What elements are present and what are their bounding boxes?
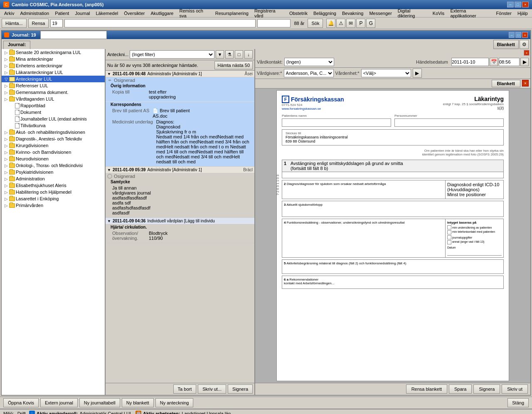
ny-blankett-btn[interactable]: Ny blankett (122, 398, 154, 407)
blankett-btn[interactable]: Blankett (493, 40, 519, 49)
oppna-kovis-btn[interactable]: Öppna Kovis (3, 398, 39, 407)
tree-item-gemensamma[interactable]: ▷ Gemensamma dokument. (2, 89, 105, 96)
menu-administration[interactable]: Administration (17, 10, 52, 16)
blankett-close-btn[interactable]: × (522, 80, 529, 86)
maximize-btn[interactable]: □ (515, 2, 521, 7)
vardenhet-select[interactable]: <Välj> (361, 69, 411, 77)
notes-icon1[interactable]: □ (235, 50, 243, 59)
ta-bort-btn[interactable]: Ta bort (173, 384, 197, 394)
handelsdatum-input[interactable] (451, 58, 489, 66)
tree-item-rapportblad[interactable]: Rapportblad (2, 102, 105, 109)
spara-btn[interactable]: Spara (449, 384, 472, 394)
filter-funnel-btn[interactable]: ⚗ (225, 50, 234, 59)
journal-close-btn[interactable]: × (522, 32, 528, 38)
mail-icon-btn[interactable]: ✉ (346, 19, 355, 28)
tree-item-senaste[interactable]: ▷ Senaste 20 anteckningarna LUL (2, 49, 105, 56)
hamta-button[interactable]: Hämta... (2, 19, 27, 28)
menu-remiss[interactable]: Remiss och sva (177, 8, 212, 19)
tree-item-anteckningar[interactable]: ▽ Anteckningar LUL (2, 76, 105, 82)
menu-bevakning[interactable]: Bevakning (340, 10, 366, 16)
tree-item-referenser[interactable]: ▷ Referenser LUL (2, 82, 105, 89)
vardkontakt-select[interactable]: (Ingen) (284, 58, 334, 66)
tree-item-dokument[interactable]: Dokument (2, 109, 105, 116)
tree-label-senaste: Senaste 20 anteckningarna LUL (16, 50, 81, 55)
menu-fonster[interactable]: Fönster (494, 10, 514, 16)
menu-diktering[interactable]: Digital diktering (395, 8, 429, 19)
tree-item-lasarettet[interactable]: ▷ Lasarettet i Enköping (2, 195, 105, 202)
menu-obstetrik[interactable]: Obstetrik (287, 10, 310, 16)
skriv-ut-btn[interactable]: Skriv ut... (198, 384, 226, 394)
handelstid-input[interactable] (499, 58, 520, 66)
expand-right-icon[interactable]: ▶ (520, 58, 529, 66)
ny-anteckning-btn[interactable]: Ny anteckning (155, 398, 194, 407)
menu-lakemedel[interactable]: Läkemedel (93, 10, 121, 16)
note-entry-2[interactable]: ▼ 2011-01-09 05:39 Administrativ [Admini… (106, 167, 254, 218)
menu-registrera[interactable]: Registrera vård (252, 8, 286, 19)
form-section-4-num: 4 (284, 221, 286, 224)
menu-hjalp[interactable]: Hjälp (515, 10, 530, 16)
menu-akutliggare[interactable]: Akutliggare (148, 10, 176, 16)
filter-select[interactable]: (Inget filter) (130, 50, 214, 59)
tree-item-enhetens[interactable]: ▷ Enhetens anteckningar (2, 62, 105, 69)
tree-item-habilitering[interactable]: ▷ Habilitering och Hjälpmedel (2, 189, 105, 195)
journal-maximize-btn[interactable]: □ (515, 32, 521, 38)
tree-item-administration[interactable]: ▷ Administration (2, 175, 105, 182)
tree-item-tillvaxtkurva[interactable]: Tillväxtkurva (2, 122, 105, 129)
extern-journal-btn[interactable]: Extern journal (40, 398, 78, 407)
menu-kovis[interactable]: KoVis (430, 10, 447, 16)
g-icon-btn[interactable]: G (366, 19, 375, 28)
tree-item-psykiatri[interactable]: ▷ Psykiatridivisionen (2, 169, 105, 175)
tree-item-kvinno[interactable]: ▷ Kvinno- och Barndivisionen (2, 149, 105, 155)
vardgivare-select[interactable]: Andersson, Pia, C... (284, 69, 334, 77)
blankett-settings-icon[interactable]: ⚙ (520, 40, 529, 49)
vardenhet-expand-icon[interactable]: ▶ (413, 69, 422, 78)
extra-input[interactable] (257, 19, 291, 27)
signera-notes-btn[interactable]: Signera (228, 384, 253, 394)
close-btn[interactable]: × (522, 2, 529, 7)
menu-patient[interactable]: Patient (52, 10, 71, 16)
tree-item-onkologi[interactable]: ▷ Onkologi-, Thorax- och Medicindivisi (2, 162, 105, 169)
tree-item-primarvard[interactable]: ▷ Primärvården (2, 202, 105, 209)
rensa-blankett-btn[interactable]: Rensa blankett (406, 384, 447, 394)
menu-externa[interactable]: Externa applikationer (448, 8, 493, 19)
journal-name-input[interactable] (40, 31, 107, 39)
journal-minimize-btn[interactable]: – (509, 32, 515, 38)
tree-item-akut[interactable]: ▷ Akut- och rehabiliteringsdivisionen (2, 129, 105, 136)
tree-item-mina[interactable]: ▷ Mina anteckningar (2, 56, 105, 62)
notes-icon2[interactable]: ↓ (244, 50, 253, 59)
ny-journaltabell-btn[interactable]: Ny journaltabell (79, 398, 120, 407)
warning-icon-btn[interactable]: ⚠ (336, 19, 345, 28)
tree-item-journaltabeller[interactable]: Journaltabeller LUL (endast adminis (2, 116, 105, 122)
menu-oversikter[interactable]: Översikter (121, 10, 147, 16)
patient-search-input[interactable] (64, 19, 256, 27)
sok-button[interactable]: Sök (308, 19, 323, 28)
stang-btn[interactable]: Stäng (507, 398, 529, 407)
tree-item-elisabethsjukhuset[interactable]: ▷ Elisabethsjukhuset Aleris (2, 182, 105, 189)
tree-item-neuro[interactable]: ▷ Neurodivisionen (2, 155, 105, 162)
minimize-btn[interactable]: – (507, 2, 514, 7)
tree-item-kirurg[interactable]: ▷ Kirurgdivisionen (2, 142, 105, 149)
filter-icon-btn[interactable]: ▼ (216, 50, 224, 59)
alarm-icon-btn[interactable]: 🔔 (326, 19, 335, 28)
fetch-next-btn[interactable]: Hämta nästa 50 (214, 61, 253, 69)
menu-resursplanering[interactable]: Resursplanering (213, 10, 251, 16)
menu-journal[interactable]: Journal (72, 10, 92, 16)
note-entry-3[interactable]: ▼ 2011-01-09 04:36 Individuell vårdplan … (106, 218, 254, 243)
skriv-ut-blankett-btn[interactable]: Skriv ut (502, 384, 528, 394)
tree-item-vardtaganden[interactable]: ▷ Vårdtaganden LUL (2, 96, 105, 102)
blankett-tab-btn[interactable]: Blankett (492, 80, 520, 87)
expander-administration: ▷ (3, 176, 9, 182)
p-icon-btn[interactable]: P (356, 19, 365, 28)
menu-belaggning[interactable]: Beläggning (311, 10, 339, 16)
right-close-btn[interactable]: × (524, 50, 530, 56)
tree-item-diagnostik[interactable]: ▷ Diagnostik-, Anestesi- och Teknikdiv (2, 136, 105, 142)
menu-arkiv[interactable]: Arkiv (2, 10, 17, 16)
journal-tab[interactable]: Journal: (3, 41, 30, 49)
rensa-button[interactable]: Rensa (28, 19, 49, 28)
patient-id-input[interactable] (50, 19, 63, 27)
date-picker-icon[interactable]: 📅 (490, 58, 498, 66)
menu-messenger[interactable]: Messenger (367, 10, 394, 16)
signera-blankett-btn[interactable]: Signera (473, 384, 500, 394)
tree-item-lakaranteckningar[interactable]: ▷ Läkaranteckningar LUL (2, 69, 105, 76)
note-entry-1[interactable]: ▼ 2011-01-09 06:48 Administrativ [Admini… (106, 71, 254, 167)
